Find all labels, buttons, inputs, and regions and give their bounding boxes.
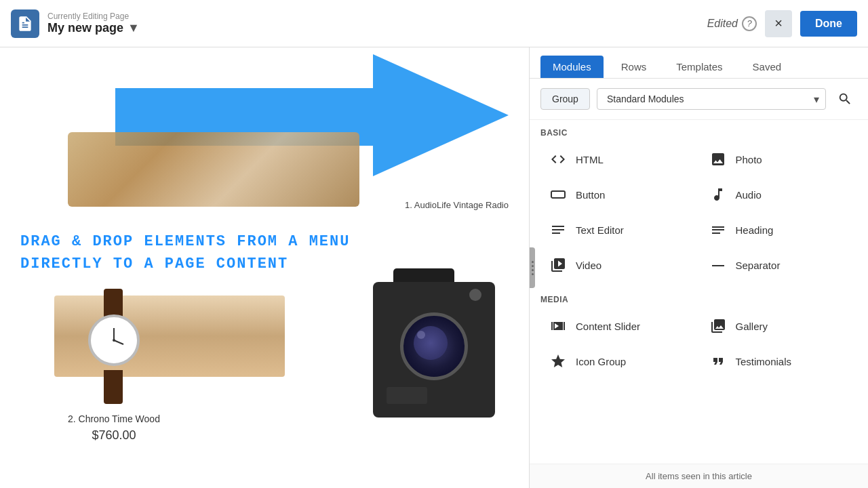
gallery-icon <box>709 317 728 336</box>
currently-editing-label: Currently Editing Page <box>47 12 140 21</box>
bottom-note-text: All items seen in this article <box>646 471 752 481</box>
module-icon-group[interactable]: Icon Group <box>540 345 698 378</box>
module-content-slider[interactable]: Content Slider <box>540 310 698 342</box>
testimonials-label: Testimonials <box>736 356 792 367</box>
camera-top <box>393 268 454 283</box>
products-section: 2. Chrono Time Wood $760.00 <box>0 289 529 465</box>
tab-rows[interactable]: Rows <box>609 56 659 78</box>
tab-modules[interactable]: Modules <box>540 56 604 78</box>
button-label: Button <box>576 189 605 201</box>
page-dropdown-chevron[interactable]: ▼ <box>127 21 140 35</box>
camera-dial1 <box>469 289 481 301</box>
basic-section-header: BASIC <box>540 120 857 143</box>
basic-module-grid: HTML Photo Button <box>540 143 857 281</box>
content-slider-label: Content Slider <box>576 321 640 332</box>
svg-rect-4 <box>551 191 565 198</box>
main-content: 1. AudioLife Vintage Radio DRAG & DROP E… <box>0 47 868 488</box>
module-heading[interactable]: Heading <box>701 214 858 246</box>
module-select-wrapper: Standard Modules ▾ <box>597 88 826 110</box>
text-editor-icon <box>549 220 568 239</box>
header-right: Edited ? × Done <box>707 10 857 37</box>
page-document-icon <box>16 15 34 33</box>
search-icon <box>837 92 852 106</box>
photo-icon <box>709 150 728 169</box>
module-video[interactable]: Video <box>540 249 698 281</box>
camera-bottom-detail <box>387 387 427 404</box>
edited-status: Edited ? <box>707 16 757 31</box>
testimonials-icon <box>709 352 728 371</box>
product-radio-bg <box>68 132 359 207</box>
watch-name: 2. Chrono Time Wood <box>68 413 160 424</box>
audio-icon <box>709 185 728 204</box>
watch-price: $760.00 <box>92 428 136 443</box>
close-button[interactable]: × <box>765 10 792 37</box>
help-icon[interactable]: ? <box>742 16 757 31</box>
tab-saved[interactable]: Saved <box>741 56 794 78</box>
panel-tabs: Modules Rows Templates Saved <box>530 47 868 79</box>
header: Currently Editing Page My new page ▼ Edi… <box>0 0 868 47</box>
header-left: Currently Editing Page My new page ▼ <box>11 9 140 38</box>
page-icon <box>11 9 39 38</box>
done-button[interactable]: Done <box>800 11 857 37</box>
media-module-grid: Content Slider Gallery Icon Group <box>540 310 857 378</box>
text-editor-label: Text Editor <box>576 224 624 236</box>
watch-band-bottom <box>104 370 123 404</box>
drag-text-line1: DRAG & DROP ELEMENTS FROM A MENU <box>20 230 509 253</box>
panel-bottom-note: All items seen in this article <box>530 464 868 488</box>
right-panel: Modules Rows Templates Saved Group Stand… <box>529 47 868 488</box>
module-audio[interactable]: Audio <box>701 178 858 211</box>
camera-product <box>373 268 502 431</box>
icon-group-icon <box>549 352 568 371</box>
module-select[interactable]: Standard Modules <box>597 88 826 110</box>
canvas-area: 1. AudioLife Vintage Radio DRAG & DROP E… <box>0 47 529 488</box>
drag-dot-3 <box>532 269 534 271</box>
header-page-info: Currently Editing Page My new page ▼ <box>47 12 140 35</box>
page-name: My new page <box>47 21 123 35</box>
module-text-editor[interactable]: Text Editor <box>540 214 698 246</box>
media-section-header: MEDIA <box>540 287 857 310</box>
watch-hands <box>94 320 134 361</box>
heading-label: Heading <box>736 224 774 236</box>
heading-icon <box>709 220 728 239</box>
audio-caption: 1. AudioLife Vintage Radio <box>405 200 509 210</box>
module-button[interactable]: Button <box>540 178 698 211</box>
drag-dot-4 <box>532 273 534 275</box>
video-label: Video <box>576 260 601 271</box>
edited-label: Edited <box>707 18 738 30</box>
module-html[interactable]: HTML <box>540 143 698 176</box>
svg-line-3 <box>114 340 123 344</box>
button-icon <box>549 185 568 204</box>
html-label: HTML <box>576 154 604 165</box>
canvas-content: 1. AudioLife Vintage Radio DRAG & DROP E… <box>0 47 529 488</box>
video-icon <box>549 256 568 274</box>
module-gallery[interactable]: Gallery <box>701 310 858 342</box>
module-list: BASIC HTML Photo <box>530 120 868 464</box>
html-icon <box>549 150 568 169</box>
group-button[interactable]: Group <box>540 88 590 110</box>
watch-product: 2. Chrono Time Wood $760.00 <box>68 289 160 443</box>
search-button[interactable] <box>833 87 857 111</box>
module-separator[interactable]: Separator <box>701 249 858 281</box>
separator-icon <box>709 256 728 274</box>
drag-dot-1 <box>532 261 534 263</box>
module-testimonials[interactable]: Testimonials <box>701 345 858 378</box>
watch-face <box>88 314 140 366</box>
photo-label: Photo <box>736 154 762 165</box>
icon-group-label: Icon Group <box>576 356 626 367</box>
arrow-section: 1. AudioLife Vintage Radio <box>0 47 529 217</box>
panel-drag-handle[interactable] <box>530 247 535 288</box>
filter-row: Group Standard Modules ▾ <box>530 79 868 120</box>
tab-templates[interactable]: Templates <box>664 56 734 78</box>
audio-label: Audio <box>736 189 762 201</box>
gallery-label: Gallery <box>736 321 768 332</box>
camera-lens <box>400 312 468 380</box>
camera-body <box>373 282 495 418</box>
drag-dot-2 <box>532 265 534 267</box>
module-photo[interactable]: Photo <box>701 143 858 176</box>
separator-label: Separator <box>736 260 781 271</box>
content-slider-icon <box>549 317 568 336</box>
lens-reflection <box>417 331 425 339</box>
